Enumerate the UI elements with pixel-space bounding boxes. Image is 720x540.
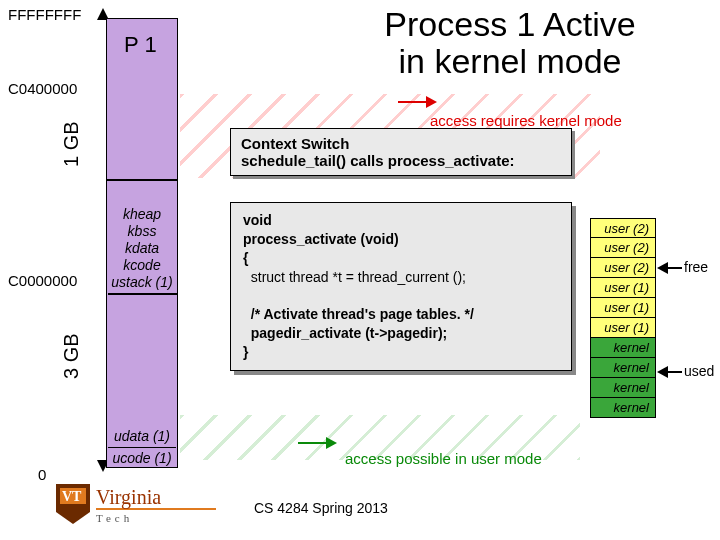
code-l5 xyxy=(243,287,559,306)
ctx-l2: schedule_tail() calls process_activate: xyxy=(241,152,561,169)
pt-row: kernel xyxy=(590,358,656,378)
page-table-rows: user (2)user (2)user (2)user (1)user (1)… xyxy=(590,218,656,418)
vt-logo: VT Virginia Tech xyxy=(56,484,216,524)
kseg-2: kdata xyxy=(108,240,176,257)
arrow-kernel-head xyxy=(425,95,439,109)
code-l2: process_activate (void) xyxy=(243,230,559,249)
useg-1: ucode (1) xyxy=(108,448,176,467)
kseg-1: kbss xyxy=(108,223,176,240)
kseg-4: ustack (1) xyxy=(108,274,176,291)
code-l7: pagedir_activate (t->pagedir); xyxy=(243,324,559,343)
code-l8: } xyxy=(243,343,559,362)
addr-uboundary: C0000000 xyxy=(8,272,77,289)
pt-row: user (1) xyxy=(590,318,656,338)
code-l1: void xyxy=(243,211,559,230)
addr-kboundary: C0400000 xyxy=(8,80,77,97)
arrow-user-line xyxy=(298,442,328,444)
arrow-kernel-line xyxy=(398,101,428,103)
page-title: Process 1 Active in kernel mode xyxy=(320,6,700,81)
footer-course: CS 4284 Spring 2013 xyxy=(254,500,388,516)
addr-bottom: 0 xyxy=(38,466,46,483)
kseg-3: kcode xyxy=(108,257,176,274)
vt-sub: Tech xyxy=(96,512,216,524)
pt-row: user (1) xyxy=(590,278,656,298)
pt-row: kernel xyxy=(590,398,656,418)
pt-row: kernel xyxy=(590,338,656,358)
page-table: user (2)user (2)user (2)user (1)user (1)… xyxy=(590,218,656,418)
note-user: access possible in user mode xyxy=(345,450,542,467)
title-l1: Process 1 Active xyxy=(384,5,635,43)
vt-shield: VT xyxy=(56,484,90,524)
arrow-user-head xyxy=(325,436,339,450)
note-kernel: access requires kernel mode xyxy=(430,112,622,129)
code-l4: struct thread *t = thread_current (); xyxy=(243,268,559,287)
vt-name: Virginia xyxy=(96,488,216,506)
ctx-l1: Context Switch xyxy=(241,135,561,152)
code-box: void process_activate (void) { struct th… xyxy=(230,202,572,371)
pt-row: user (2) xyxy=(590,218,656,238)
title-l2: in kernel mode xyxy=(398,42,621,80)
kernel-segments: kheap kbss kdata kcode ustack (1) xyxy=(108,206,176,291)
addr-top: FFFFFFFF xyxy=(8,6,81,23)
useg-0: udata (1) xyxy=(108,428,176,448)
code-l6: /* Activate thread's page tables. */ xyxy=(243,305,559,324)
user-segments: udata (1) ucode (1) xyxy=(108,428,176,467)
seg-divider xyxy=(108,293,178,295)
pt-row: user (2) xyxy=(590,238,656,258)
legend-used: used xyxy=(684,363,714,379)
size-user: 3 GB xyxy=(60,328,83,384)
legend-free-head xyxy=(656,261,668,275)
code-l3: { xyxy=(243,249,559,268)
legend-free: free xyxy=(684,259,708,275)
context-switch-box: Context Switch schedule_tail() calls pro… xyxy=(230,128,572,176)
legend-used-head xyxy=(656,365,668,379)
kseg-0: kheap xyxy=(108,206,176,223)
process-label: P 1 xyxy=(124,32,157,58)
pt-row: kernel xyxy=(590,378,656,398)
pt-row: user (1) xyxy=(590,298,656,318)
size-kernel: 1 GB xyxy=(60,116,83,172)
pt-row: user (2) xyxy=(590,258,656,278)
